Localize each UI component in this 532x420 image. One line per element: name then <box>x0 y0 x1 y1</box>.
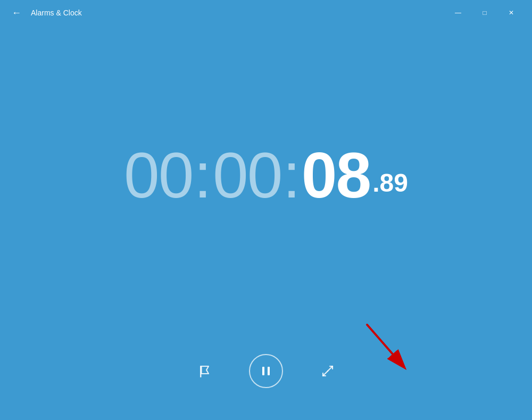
maximize-button[interactable]: □ <box>472 4 497 21</box>
separator-1: : <box>194 143 212 207</box>
stopwatch-display: 00 : 00 : 08 .89 <box>124 143 408 207</box>
flag-button[interactable] <box>192 358 217 384</box>
svg-line-3 <box>323 371 328 376</box>
milliseconds-value: 89 <box>380 169 408 197</box>
minutes-display: 00 <box>213 143 281 207</box>
seconds-display: 08 <box>302 143 370 207</box>
separator-2: : <box>282 143 300 207</box>
minimize-button[interactable]: — <box>446 4 470 21</box>
close-icon: ✕ <box>509 9 514 17</box>
controls-bar <box>192 354 340 388</box>
back-icon: ← <box>12 7 21 19</box>
hours-display: 00 <box>124 143 193 207</box>
compact-icon <box>320 364 335 378</box>
app-window: ← Alarms & Clock — □ ✕ 00 : 00 : 08 .89 <box>0 0 532 420</box>
back-button[interactable]: ← <box>9 5 24 21</box>
app-title: Alarms & Clock <box>31 9 82 17</box>
maximize-icon: □ <box>483 9 486 17</box>
flag-icon <box>197 364 212 378</box>
svg-line-4 <box>328 366 332 371</box>
title-bar-left: ← Alarms & Clock <box>9 5 82 21</box>
svg-rect-1 <box>262 367 264 375</box>
close-button[interactable]: ✕ <box>499 4 523 21</box>
minimize-icon: — <box>455 9 461 17</box>
window-controls: — □ ✕ <box>446 4 523 21</box>
milliseconds-display: .89 <box>372 168 408 197</box>
pause-button[interactable] <box>249 354 283 388</box>
pause-icon <box>260 365 272 377</box>
milliseconds-dot: . <box>372 169 379 197</box>
compact-mode-button[interactable] <box>315 358 340 384</box>
title-bar: ← Alarms & Clock — □ ✕ <box>0 0 532 26</box>
svg-rect-2 <box>268 367 270 375</box>
